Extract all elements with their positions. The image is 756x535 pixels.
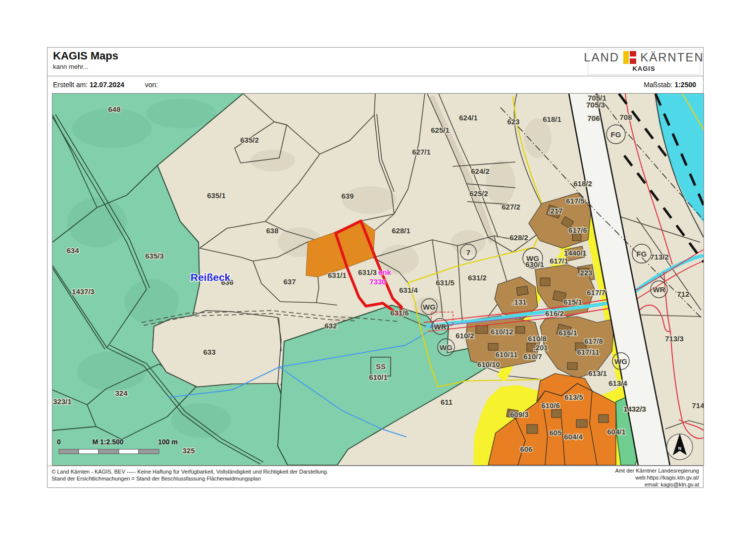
map-label-604-4: 604/4 <box>564 432 583 441</box>
print-document: KAGIS Maps kann mehr... LAND KÄRNTEN KAG… <box>47 47 704 488</box>
zone-circle-WR: WR <box>432 319 448 334</box>
zoning-map[interactable]: FGFGWG7WGWRWGWRWG648635/2635/16396386346… <box>52 94 704 465</box>
map-label-631-2: 631/2 <box>468 273 487 282</box>
svg-text:WG: WG <box>440 343 453 352</box>
map-label-631-6: 631/6 <box>390 309 409 317</box>
map-label-604-1: 604/1 <box>607 428 626 436</box>
map-label-631-1: 631/1 <box>328 271 347 279</box>
map-label-624-2: 624/2 <box>471 167 490 175</box>
map-label-1432-3: 1432/3 <box>623 405 646 413</box>
scale-bar <box>59 449 159 454</box>
map-label-637: 637 <box>283 277 296 286</box>
map-label-623: 623 <box>507 117 519 126</box>
map-label-714: 714 <box>692 401 704 410</box>
map-label-618-1: 618/1 <box>543 115 561 123</box>
map-label-610-7: 610/7 <box>523 352 542 361</box>
map-label-631-4: 631/4 <box>399 286 418 294</box>
map-label-617-1: 617/1 <box>550 257 568 265</box>
map-label-706: 706 <box>587 114 600 122</box>
map-label-617-7: 617/7 <box>587 288 605 297</box>
svg-text:WR: WR <box>653 285 665 294</box>
map-label-615-1: 615/1 <box>563 298 582 306</box>
map-label-627-2: 627/2 <box>502 203 520 211</box>
map-label-618-2: 618/2 <box>573 179 592 188</box>
map-label-609-3: 609/3 <box>510 410 529 419</box>
map-label-625-1: 625/1 <box>431 126 450 134</box>
svg-text:7: 7 <box>466 248 470 257</box>
zone-circle-WG: WG <box>612 353 629 370</box>
map-label-628-1: 628/1 <box>392 226 410 235</box>
map-label-617-5: 617/5 <box>566 197 585 205</box>
map-label-610-8: 610/8 <box>528 334 547 343</box>
logo-land-text: LAND <box>584 51 619 64</box>
map-label-613-4: 613/4 <box>608 379 627 387</box>
map-label-635-1: 635/1 <box>207 191 226 200</box>
header: KAGIS Maps kann mehr... LAND KÄRNTEN KAG… <box>48 48 703 76</box>
zone-circle-7: 7 <box>460 244 476 260</box>
created-date: 12.07.2024 <box>90 81 124 89</box>
map-label-648: 648 <box>108 105 120 113</box>
footer: © Land Kärnten - KAGIS, BEV ----- Keine … <box>48 466 703 488</box>
map-label-100-m: 100 m <box>158 438 178 446</box>
map-label-613-1: 613/1 <box>588 369 607 377</box>
map-label-605: 605 <box>549 428 561 437</box>
map-viewport[interactable]: FGFGWG7WGWRWGWRWG648635/2635/16396386346… <box>52 93 704 466</box>
logo-kagis-text: KAGIS <box>588 65 700 72</box>
map-label-610-2: 610/2 <box>455 331 474 340</box>
zone-circle-FG: FG <box>606 125 625 144</box>
map-label-617-6: 617/6 <box>568 226 587 234</box>
zone-circle-WG: WG <box>438 339 454 356</box>
map-label-625-2: 625/2 <box>469 189 488 198</box>
map-label-616-1: 616/1 <box>558 328 577 337</box>
map-label-324: 324 <box>115 389 128 397</box>
map-label-633: 633 <box>203 348 215 356</box>
footer-web[interactable]: web:https://kagis.ktn.gv.at/ <box>615 475 699 482</box>
map-label--131: .131 <box>512 298 526 306</box>
map-label-631-3: 631/3 <box>358 268 377 276</box>
map-label-713-3: 713/3 <box>665 334 684 343</box>
map-label-610-1: 610/1 <box>369 373 388 381</box>
map-label-628-2: 628/2 <box>509 233 528 242</box>
map-label-617-11: 617/11 <box>577 348 599 356</box>
map-label--201: .201 <box>533 343 548 352</box>
info-bar: Erstellt am: 12.07.2024 von: Maßstab: 1:… <box>48 76 703 93</box>
map-label-N: N <box>678 446 682 451</box>
map-label-0: 0 <box>57 438 61 446</box>
map-label-606: 606 <box>520 445 532 453</box>
created-label: Erstellt am: <box>53 81 88 89</box>
map-label--223: .223 <box>578 268 592 277</box>
map-label-624-1: 624/1 <box>459 113 478 122</box>
map-label-630-1: 630/1 <box>525 260 544 268</box>
map-label-613-5: 613/5 <box>564 393 583 401</box>
map-label-M-1-2-500: M 1:2.500 <box>92 438 123 446</box>
map-label-635-2: 635/2 <box>240 136 259 144</box>
map-label-708: 708 <box>619 113 632 121</box>
map-label-616-2: 616/2 <box>545 309 564 318</box>
kaernten-flag-icon <box>623 51 636 64</box>
svg-text:FG: FG <box>611 130 621 139</box>
map-label-610-10: 610/10 <box>477 360 500 369</box>
map-label-610-12: 610/12 <box>491 327 513 336</box>
map-label-323-1: 323/1 <box>53 397 72 406</box>
map-label-1440-1: 1440/1 <box>564 249 587 257</box>
zone-circle-WG: WG <box>421 299 437 315</box>
map-label-639: 639 <box>341 192 353 200</box>
map-label-705-3: 705/3 <box>586 101 605 109</box>
map-label-712: 712 <box>677 290 689 298</box>
map-label-617-8: 617/8 <box>584 337 603 345</box>
map-label-634: 634 <box>66 246 79 255</box>
svg-text:FG: FG <box>637 250 647 258</box>
map-label-610-11: 610/11 <box>495 350 517 359</box>
map-label-325: 325 <box>182 446 195 455</box>
app-subtitle: kann mehr... <box>53 63 89 70</box>
logo-region-text: KÄRNTEN <box>640 51 704 64</box>
svg-text:WG: WG <box>614 357 627 366</box>
footer-agency: Amt der Kärntner Landesregierung <box>615 468 699 475</box>
von-label: von: <box>145 81 158 89</box>
footer-email[interactable]: email: kagis@ktn.gv.at <box>615 482 699 488</box>
map-label-610-6: 610/6 <box>541 401 560 410</box>
app-title: KAGIS Maps <box>53 50 118 62</box>
zone-circle-FG: FG <box>632 244 651 263</box>
map-label-Rei-eck: Reißeck <box>191 271 231 283</box>
map-label-7330: 7330 <box>369 277 386 286</box>
